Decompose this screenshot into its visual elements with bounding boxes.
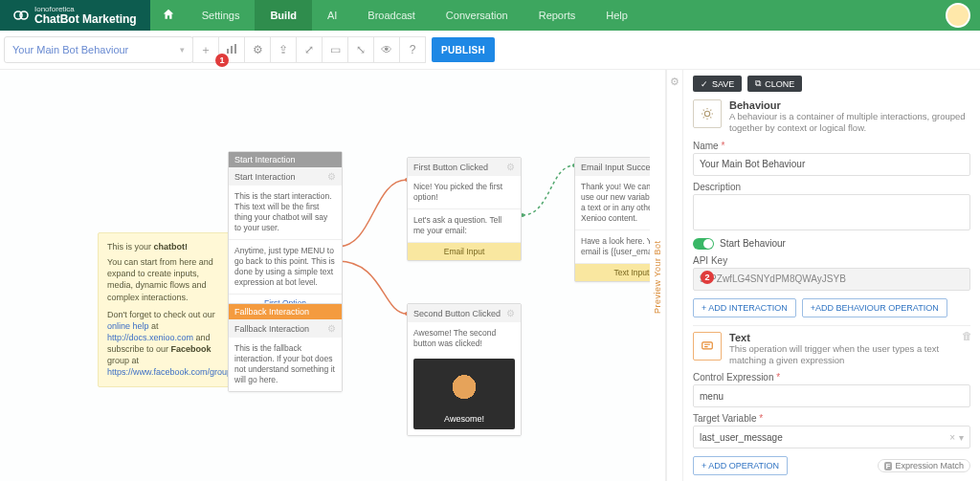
trash-icon[interactable]: 🗑 (962, 330, 972, 341)
nav-conversation[interactable]: Conversation (431, 0, 523, 31)
add-behaviour-operation-button[interactable]: +ADD BEHAVIOUR OPERATION (802, 298, 947, 317)
callout-2: 2 (701, 271, 714, 284)
slot-email-input[interactable]: Email Input (408, 242, 521, 260)
card-tag: Start Interaction (229, 152, 342, 167)
tool-help[interactable]: ? (399, 36, 426, 63)
slot-text-input[interactable]: Text Input (575, 263, 650, 281)
image-placeholder: Awesome! (413, 359, 515, 429)
workspace: This is your chatbot! You can start from… (0, 70, 980, 481)
primary-nav: Settings Build AI Broadcast Conversation… (150, 0, 643, 31)
nav-help[interactable]: Help (590, 0, 643, 31)
behaviour-select-label: Your Main Bot Behaviour (12, 44, 128, 55)
logo-icon (13, 8, 29, 23)
clone-button[interactable]: ⧉CLONE (747, 76, 802, 92)
brand-main: ChatBot Marketing (34, 12, 137, 26)
docs-link[interactable]: http://docs.xenioo.com (107, 333, 193, 342)
copy-icon: ⧉ (755, 78, 761, 89)
plus-icon: ＋ (200, 42, 212, 58)
clear-icon[interactable]: × (949, 432, 955, 443)
compress-icon: ⤡ (356, 43, 366, 56)
add-interaction-button[interactable]: + ADD INTERACTION (693, 298, 796, 317)
api-key-field[interactable] (693, 268, 970, 291)
description-field[interactable] (693, 194, 970, 230)
svg-rect-12 (702, 342, 713, 349)
text-operation-section: 🗑 Text This operation will trigger when … (693, 325, 970, 476)
nav-reports[interactable]: Reports (523, 0, 591, 31)
brand-sub: Ionoforetica (34, 6, 137, 13)
arrange-icon: ⤢ (304, 43, 314, 56)
expression-match-pill[interactable]: FExpression Match (878, 459, 970, 472)
welcome-note: This is your chatbot! You can start from… (98, 232, 234, 387)
svg-rect-4 (234, 44, 236, 54)
nav-broadcast[interactable]: Broadcast (352, 0, 431, 31)
tool-view[interactable]: 👁 (373, 36, 400, 63)
image-icon: ▭ (330, 43, 341, 56)
behaviour-icon (693, 99, 722, 128)
publish-button[interactable]: PUBLISH (432, 37, 495, 62)
gear-icon[interactable]: ⚙ (506, 308, 515, 318)
chevron-down-icon: ▾ (959, 432, 964, 443)
start-behaviour-toggle[interactable] (693, 238, 714, 250)
svg-point-11 (704, 111, 709, 116)
gear-icon: ⚙ (253, 43, 263, 56)
export-icon: ⇪ (278, 43, 288, 56)
gear-icon[interactable]: ⚙ (327, 171, 336, 182)
card-first-button[interactable]: First Button Clicked⚙ Nice! You picked t… (407, 157, 522, 261)
tool-compress[interactable]: ⤡ (347, 36, 374, 63)
card-email-success[interactable]: Email Input Successful⚙ Thank you! We ca… (574, 157, 650, 282)
nav-home[interactable] (150, 0, 187, 31)
callout-1: 1 (215, 54, 229, 67)
flow-canvas[interactable]: This is your chatbot! You can start from… (0, 70, 650, 481)
home-icon (162, 8, 175, 24)
tool-arrange[interactable]: ⤢ (296, 36, 323, 63)
behaviour-select[interactable]: Your Main Bot Behaviour ▾ (4, 36, 193, 63)
nav-settings[interactable]: Settings (187, 0, 256, 31)
properties-panel: ✓SAVE ⧉CLONE Behaviour A behaviour is a … (682, 70, 980, 481)
nav-ai[interactable]: AI (312, 0, 352, 31)
control-expression-field[interactable] (693, 384, 970, 407)
builder-toolbar: Your Main Bot Behaviour ▾ ＋ ⚙ ⇪ ⤢ ▭ ⤡ 👁 … (0, 31, 980, 70)
save-button[interactable]: ✓SAVE (693, 76, 742, 92)
chart-icon (226, 43, 237, 57)
top-nav: Ionoforetica ChatBot Marketing Settings … (0, 0, 980, 31)
gear-icon[interactable]: ⚙ (327, 323, 336, 334)
help-icon: ? (410, 43, 416, 56)
target-variable-select[interactable]: last_user_message ×▾ (693, 426, 970, 448)
card-tag: Fallback Interaction (229, 304, 342, 319)
svg-rect-3 (231, 46, 233, 54)
preview-tab[interactable]: Preview Your Bot (650, 70, 666, 481)
card-fallback-interaction[interactable]: Fallback Interaction Fallback Interactio… (228, 303, 343, 392)
gear-icon[interactable]: ⚙ (670, 76, 679, 88)
section-title: Behaviour (729, 99, 970, 111)
eye-icon: 👁 (381, 43, 392, 56)
brand: Ionoforetica ChatBot Marketing (0, 0, 150, 31)
nav-build[interactable]: Build (255, 0, 312, 31)
online-help-link[interactable]: online help (107, 321, 149, 331)
text-op-icon (693, 332, 722, 361)
gear-icon[interactable]: ⚙ (506, 162, 515, 172)
add-operation-button[interactable]: + ADD OPERATION (693, 456, 788, 475)
chevron-down-icon: ▾ (180, 45, 185, 55)
tool-image[interactable]: ▭ (322, 36, 348, 63)
check-icon: ✓ (701, 79, 708, 89)
card-second-button[interactable]: Second Button Clicked⚙ Awesome! The seco… (407, 303, 522, 436)
tool-settings[interactable]: ⚙ (244, 36, 271, 63)
svg-rect-2 (227, 49, 229, 54)
name-field[interactable] (693, 153, 970, 176)
tool-export[interactable]: ⇪ (270, 36, 297, 63)
avatar[interactable] (946, 3, 970, 28)
